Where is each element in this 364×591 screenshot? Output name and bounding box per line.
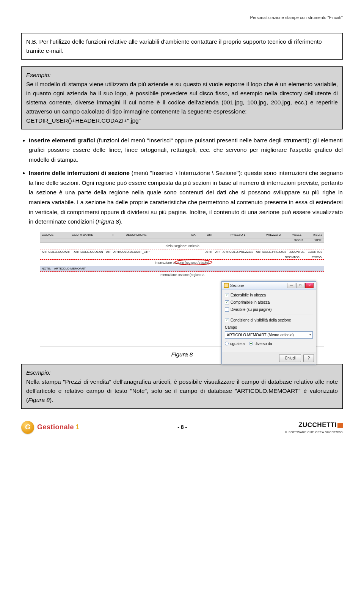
doc-header: Personalizzazione stampe con strumento "… [21,14,343,21]
radio-label: diverso da [254,341,272,347]
checkbox-row[interactable]: Divisibile (su più pagine) [225,307,313,312]
bullet-item-1: Inserire elementi grafici (funzioni del … [29,136,343,165]
checkbox-label: Estensibile in altezza [231,292,266,298]
region-start-label: Inizio Regione: Articolo [40,243,324,250]
checkbox-label: Comprimibile in altezza [231,299,270,305]
esempio-text: Se il modello di stampa viene utilizzato… [26,80,338,116]
checkbox-icon[interactable] [225,300,229,304]
blank-area: Sezione — □ ✕ Estensibile in altezza [40,278,324,347]
logo-one: 1 [75,423,80,431]
field: SCONTO3 [285,255,300,260]
brand-name: ZUCCHETTI [298,421,337,429]
hdr-cell: PREZZO 1 [231,233,245,237]
app-screenshot: CODICE COD. A BARRE T. DESCRIZIONE IVA U… [40,232,324,347]
checkbox-label: Condizione di visibilità della sezione [231,317,291,323]
combo-value: ARTICOLO.MEMOART (Memo articolo) [227,332,294,338]
nb-note-box: N.B. Per l'utilizzo delle funzioni relat… [21,33,343,60]
layout-header-row-2: %SC.3 %PR. [40,238,324,243]
bullet-2-fig: Figura 8 [97,218,119,225]
section-break-1: Interruzione sezione (regione Articolo) [40,260,324,266]
hdr-cell: IVA [191,233,195,237]
field: AR [106,250,110,254]
section-break-text: Interruzione sezione (regione Articolo) [155,261,209,265]
section-properties-dialog[interactable]: Sezione — □ ✕ Estensibile in altezza [221,281,316,364]
maximize-button[interactable]: □ [296,283,304,288]
radio-option[interactable]: uguale a [225,341,245,347]
bullet-2-end: ). [119,218,122,225]
bullet-2-bold: Inserire delle interruzioni di sezione [29,170,130,176]
esempio-box-2: Esempio: Nella stampa "Prezzi di vendita… [21,364,343,409]
field: ARTICOLO.DESART_STP [113,250,149,254]
nb-text: N.B. Per l'utilizzo delle funzioni relat… [26,38,322,54]
field: ARTICOLO.CODEAN [74,250,103,254]
dialog-body: Estensibile in altezza Comprimibile in a… [222,290,316,352]
separator [225,315,313,315]
checkbox-icon[interactable] [225,307,229,312]
zucchetti-logo: ZUCCHETTI IL SOFTWARE CHE CREA SUCCESSO [285,420,343,435]
help-button[interactable]: ? [303,354,314,362]
dialog-icon [224,283,229,288]
radio-icon[interactable] [249,342,253,345]
checkbox-icon[interactable] [225,318,229,322]
field: SCONTO2 [308,250,322,254]
page-number: - 8 - [177,423,187,431]
dialog-titlebar[interactable]: Sezione — □ ✕ [222,282,316,290]
g1-badge-icon: G [21,421,34,434]
esempio-code: GETDIR_USER()+HEADER.CODAZI+".jpg" [26,116,338,125]
esempio-end: ). [50,397,53,403]
field: .SCONTO1 [289,250,305,254]
field: .PROVV [311,255,322,260]
field: ARTICOLO.CODART [42,250,71,254]
dialog-footer: Chiudi ? [222,352,316,364]
brand-square-icon [337,423,343,428]
radio-group: uguale a diverso da [225,341,313,347]
hdr-cell: COD. A BARRE [72,233,93,237]
figure-container: CODICE COD. A BARRE T. DESCRIZIONE IVA U… [21,232,343,347]
dialog-title: Sezione [230,283,244,288]
hdr-cell: DESCRIZIONE [126,233,147,237]
checkbox-row[interactable]: Estensibile in altezza [225,292,313,298]
esempio-box-1: Esempio: Se il modello di stampa viene u… [21,66,343,129]
bullet-1-bold: Inserire elementi grafici [29,137,95,143]
esempio-text: Nella stampa "Prezzi di vendita" dell'an… [26,378,338,403]
hdr-cell: CODICE [42,233,53,237]
hdr-cell: UM [207,233,211,237]
hdr-cell: %SC.3 [294,238,303,243]
radio-label: uguale a [230,341,245,347]
field-combo[interactable]: ARTICOLO.MEMOART (Memo articolo) ▾ [225,331,313,339]
note-label: NOTE: [42,266,51,271]
close-button[interactable]: ✕ [305,283,314,288]
page-footer: G Gestionale 1 - 8 - ZUCCHETTI IL SOFTWA… [21,420,343,435]
checkbox-icon[interactable] [225,293,229,297]
esempio-label: Esempio: [26,71,338,80]
section-break-2: Interruzione sezione (regione A [40,272,324,278]
esempio-fig-ref: Figura 8 [28,397,50,403]
field: ARTI [206,250,212,254]
esempio-label: Esempio: [26,368,338,377]
minimize-button[interactable]: — [287,283,295,288]
field: ARTICOLO.PREZZO2 [256,250,286,254]
chiudi-button[interactable]: Chiudi [279,354,301,362]
bullet-2-text: (menù "Inserisci \ Interruzione \ Sezion… [29,170,343,225]
bullet-list: Inserire elementi grafici (funzioni del … [21,136,343,227]
note-field: ARTICOLO.MEMOART [54,266,86,271]
hdr-cell: T. [112,233,115,237]
hdr-cell: PREZZO 2 [266,233,281,237]
field-label: Campo [225,325,313,330]
layout-data-row: ARTICOLO.CODART ARTICOLO.CODEAN AR ARTIC… [40,249,324,255]
field: ARTICOLO.PREZZO1 [223,250,253,254]
chevron-down-icon: ▾ [309,333,311,337]
brand-tagline: IL SOFTWARE CHE CREA SUCCESSO [285,430,343,435]
checkbox-row[interactable]: Comprimibile in altezza [225,299,313,305]
hdr-cell: %PR. [315,238,322,243]
note-row: NOTE: ARTICOLO.MEMOART [40,266,324,272]
bullet-item-2: Inserire delle interruzioni di sezione (… [29,168,343,226]
field: AR [215,250,220,254]
checkbox-row[interactable]: Condizione di visibilità della sezione [225,317,313,323]
gestionale-logo: G Gestionale 1 [21,421,80,434]
layout-header-row: CODICE COD. A BARRE T. DESCRIZIONE IVA U… [40,232,324,238]
radio-option[interactable]: diverso da [249,341,272,347]
logo-text: Gestionale [37,423,74,431]
hdr-cell: %SC.1 [292,233,301,237]
radio-icon[interactable] [225,342,229,345]
